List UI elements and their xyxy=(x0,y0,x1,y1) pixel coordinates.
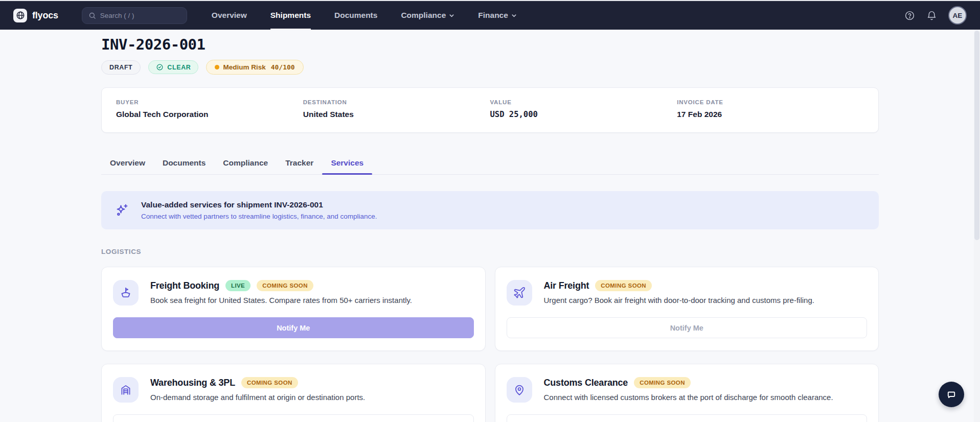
summary-field-buyer: BUYER Global Tech Corporation xyxy=(116,99,303,119)
nav-link-compliance[interactable]: Compliance xyxy=(401,1,454,30)
tab-compliance[interactable]: Compliance xyxy=(214,153,277,174)
chat-widget-button[interactable] xyxy=(939,382,964,407)
field-value: Global Tech Corporation xyxy=(116,110,303,119)
top-navbar: flyocs Overview Shipments Documents Comp… xyxy=(0,0,980,30)
card-header: Air Freight COMING SOON Urgent cargo? Bo… xyxy=(507,280,868,306)
card-body: Air Freight COMING SOON Urgent cargo? Bo… xyxy=(544,280,814,306)
user-avatar[interactable]: AE xyxy=(948,6,967,25)
service-description: On-demand storage and fulfilment at orig… xyxy=(150,393,365,402)
nav-link-overview[interactable]: Overview xyxy=(212,1,247,30)
banner-subtitle: Connect with vetted partners to streamli… xyxy=(141,213,377,220)
service-card-freight-booking: Freight Booking LIVE COMING SOON Book se… xyxy=(101,267,486,351)
nav-link-label: Documents xyxy=(334,11,377,20)
notify-me-button[interactable]: Notify Me xyxy=(113,414,474,422)
risk-badge: Medium Risk 40/100 xyxy=(206,60,303,75)
service-name: Air Freight xyxy=(544,280,589,291)
field-value: 17 Feb 2026 xyxy=(677,110,864,119)
service-card-warehousing: Warehousing & 3PL COMING SOON On-demand … xyxy=(101,364,486,422)
card-header: Warehousing & 3PL COMING SOON On-demand … xyxy=(113,377,474,403)
services-banner: Value-added services for shipment INV-20… xyxy=(101,191,879,229)
service-name: Customs Clearance xyxy=(544,378,628,388)
field-label: INVOICE DATE xyxy=(677,99,864,105)
warehouse-icon xyxy=(113,377,139,403)
status-badges: DRAFT CLEAR Medium Risk 40/100 xyxy=(101,60,879,75)
card-body: Warehousing & 3PL COMING SOON On-demand … xyxy=(150,377,365,403)
field-value: United States xyxy=(303,110,490,119)
plane-icon xyxy=(507,280,532,306)
field-label: DESTINATION xyxy=(303,99,490,105)
clear-badge-label: CLEAR xyxy=(167,64,191,71)
nav-link-label: Compliance xyxy=(401,11,446,20)
summary-field-value: VALUE USD 25,000 xyxy=(490,99,677,119)
card-title-row: Air Freight COMING SOON xyxy=(544,280,814,291)
coming-soon-badge: COMING SOON xyxy=(257,280,313,291)
logistics-section-label: LOGISTICS xyxy=(101,248,879,255)
coming-soon-badge: COMING SOON xyxy=(634,377,691,388)
notify-me-button[interactable]: Notify Me xyxy=(507,317,868,338)
card-body: Customs Clearance COMING SOON Connect wi… xyxy=(544,377,833,403)
risk-dot-icon xyxy=(215,65,219,69)
nav-link-label: Finance xyxy=(478,11,508,20)
services-grid: Freight Booking LIVE COMING SOON Book se… xyxy=(101,267,879,422)
service-description: Book sea freight for United States. Comp… xyxy=(150,296,412,304)
chevron-down-icon xyxy=(511,13,517,18)
coming-soon-badge: COMING SOON xyxy=(595,280,652,291)
notifications-bell-icon[interactable] xyxy=(926,10,937,21)
field-label: BUYER xyxy=(116,99,303,105)
summary-field-invoice-date: INVOICE DATE 17 Feb 2026 xyxy=(677,99,864,119)
check-circle-icon xyxy=(156,63,164,71)
brand-logo[interactable]: flyocs xyxy=(13,9,58,22)
service-name: Warehousing & 3PL xyxy=(150,378,235,388)
draft-status-badge: DRAFT xyxy=(101,60,141,75)
search-input[interactable] xyxy=(100,12,167,19)
field-label: VALUE xyxy=(490,99,677,105)
service-card-air-freight: Air Freight COMING SOON Urgent cargo? Bo… xyxy=(495,267,879,351)
summary-field-destination: DESTINATION United States xyxy=(303,99,490,119)
tab-overview[interactable]: Overview xyxy=(101,153,154,174)
nav-link-label: Shipments xyxy=(270,11,311,20)
card-title-row: Freight Booking LIVE COMING SOON xyxy=(150,280,412,291)
card-header: Customs Clearance COMING SOON Connect wi… xyxy=(507,377,868,403)
field-value: USD 25,000 xyxy=(490,110,677,119)
chat-bubble-icon xyxy=(945,388,958,401)
card-body: Freight Booking LIVE COMING SOON Book se… xyxy=(150,280,412,306)
nav-link-label: Overview xyxy=(212,11,247,20)
shipment-detail-page: INV-2026-001 DRAFT CLEAR Medium Risk 40/… xyxy=(101,30,879,422)
sparkles-icon xyxy=(115,203,130,218)
tab-services[interactable]: Services xyxy=(322,153,372,174)
detail-tabs: Overview Documents Compliance Tracker Se… xyxy=(101,153,879,175)
page-title: INV-2026-001 xyxy=(101,36,879,53)
service-description: Connect with licensed customs brokers at… xyxy=(544,393,833,402)
card-header: Freight Booking LIVE COMING SOON Book se… xyxy=(113,280,474,306)
global-search[interactable] xyxy=(82,7,187,24)
card-title-row: Warehousing & 3PL COMING SOON xyxy=(150,377,365,388)
globe-icon xyxy=(13,9,27,22)
scrollbar-thumb[interactable] xyxy=(974,31,979,240)
service-card-customs-clearance: Customs Clearance COMING SOON Connect wi… xyxy=(495,364,879,422)
ship-icon xyxy=(113,280,139,306)
card-title-row: Customs Clearance COMING SOON xyxy=(544,377,833,388)
primary-nav: Overview Shipments Documents Compliance … xyxy=(212,1,517,30)
service-name: Freight Booking xyxy=(150,280,219,291)
coming-soon-badge: COMING SOON xyxy=(241,377,298,388)
shipment-summary-card: BUYER Global Tech Corporation DESTINATIO… xyxy=(101,87,879,133)
nav-link-finance[interactable]: Finance xyxy=(478,1,517,30)
tab-tracker[interactable]: Tracker xyxy=(277,153,322,174)
brand-name: flyocs xyxy=(32,10,58,21)
page-scrollbar[interactable] xyxy=(974,30,980,422)
banner-text: Value-added services for shipment INV-20… xyxy=(141,200,377,220)
notify-me-button[interactable]: Notify Me xyxy=(113,317,474,338)
clear-status-badge: CLEAR xyxy=(148,60,198,74)
search-icon xyxy=(88,12,96,19)
risk-badge-label: Medium Risk xyxy=(223,63,265,71)
banner-title: Value-added services for shipment INV-20… xyxy=(141,200,377,209)
live-badge: LIVE xyxy=(225,280,250,291)
help-icon[interactable] xyxy=(904,10,915,21)
nav-link-shipments[interactable]: Shipments xyxy=(270,1,311,30)
chevron-down-icon xyxy=(449,13,454,18)
tab-documents[interactable]: Documents xyxy=(154,153,214,174)
nav-link-documents[interactable]: Documents xyxy=(334,1,377,30)
service-description: Urgent cargo? Book air freight with door… xyxy=(544,296,814,304)
map-pin-icon xyxy=(507,377,532,403)
notify-me-button[interactable]: Notify Me xyxy=(507,414,868,422)
